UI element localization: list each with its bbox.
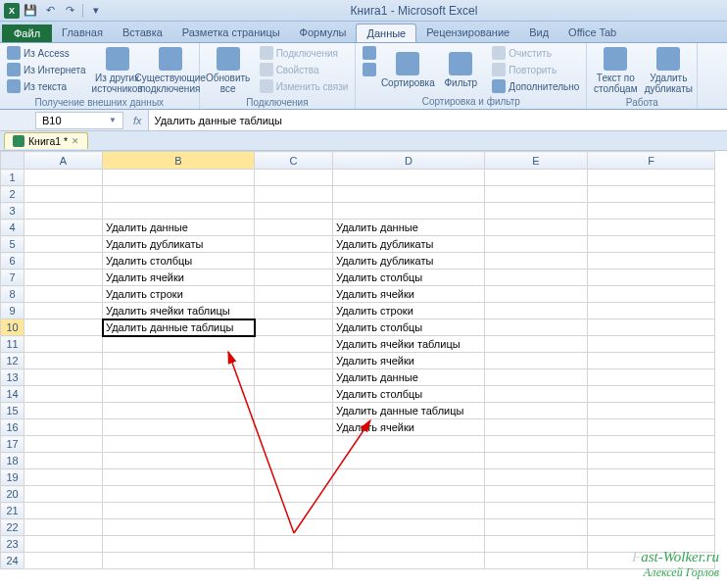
remove-duplicates-button[interactable]: Удалить дубликаты [644, 45, 693, 96]
cell-C22[interactable] [255, 519, 333, 536]
cell-A2[interactable] [24, 186, 103, 203]
cell-C10[interactable] [255, 319, 333, 336]
cell-A10[interactable] [24, 319, 103, 336]
row-header-2[interactable]: 2 [1, 186, 24, 203]
cell-B10[interactable]: Удалить данные таблицы [103, 319, 255, 336]
row-header-14[interactable]: 14 [1, 386, 24, 403]
cell-D5[interactable]: Удалить дубликаты [333, 236, 485, 253]
cell-C11[interactable] [255, 336, 333, 353]
cell-F12[interactable] [588, 353, 715, 369]
row-header-3[interactable]: 3 [1, 203, 24, 220]
cell-D17[interactable] [333, 436, 485, 453]
cell-B23[interactable] [103, 536, 255, 553]
cell-D19[interactable] [333, 469, 485, 486]
name-box[interactable]: B10 ▼ [35, 112, 123, 129]
text-to-columns-button[interactable]: Текст по столбцам [591, 45, 640, 96]
sort-asc-button[interactable] [360, 45, 379, 61]
cell-C14[interactable] [255, 386, 333, 403]
close-icon[interactable]: ✕ [72, 136, 79, 146]
cell-A13[interactable] [24, 369, 103, 386]
cell-E11[interactable] [485, 336, 588, 353]
row-header-11[interactable]: 11 [1, 336, 24, 353]
cell-C13[interactable] [255, 369, 333, 386]
worksheet-grid[interactable]: ABCDEF1234Удалить данныеУдалить данные5У… [0, 151, 715, 569]
cell-D10[interactable]: Удалить столбцы [333, 319, 485, 336]
cell-A6[interactable] [24, 253, 103, 270]
cell-B9[interactable]: Удалить ячейки таблицы [103, 303, 255, 319]
cell-C21[interactable] [255, 503, 333, 519]
cell-B15[interactable] [103, 403, 255, 419]
cell-E20[interactable] [485, 486, 588, 503]
column-header-D[interactable]: D [333, 152, 485, 170]
cell-B13[interactable] [103, 369, 255, 386]
row-header-4[interactable]: 4 [1, 220, 24, 236]
cell-B18[interactable] [103, 453, 255, 469]
advanced-button[interactable]: Дополнительно [489, 78, 582, 94]
cell-B6[interactable]: Удалить столбцы [103, 253, 255, 270]
cell-B17[interactable] [103, 436, 255, 453]
column-header-E[interactable]: E [485, 152, 588, 170]
row-header-23[interactable]: 23 [1, 536, 24, 553]
cell-E9[interactable] [485, 303, 588, 319]
cell-B19[interactable] [103, 469, 255, 486]
cell-B11[interactable] [103, 336, 255, 353]
cell-B22[interactable] [103, 519, 255, 536]
ribbon-tab-данные[interactable]: Данные [356, 24, 416, 42]
row-header-17[interactable]: 17 [1, 436, 24, 453]
column-header-C[interactable]: C [255, 152, 333, 170]
cell-B4[interactable]: Удалить данные [103, 220, 255, 236]
cell-F2[interactable] [588, 186, 715, 203]
cell-E17[interactable] [485, 436, 588, 453]
cell-E4[interactable] [485, 220, 588, 236]
cell-E18[interactable] [485, 453, 588, 469]
cell-C17[interactable] [255, 436, 333, 453]
ribbon-tab-разметка-страницы[interactable]: Разметка страницы [172, 24, 290, 42]
from-web-button[interactable]: Из Интернета [4, 62, 89, 77]
cell-D6[interactable]: Удалить дубликаты [333, 253, 485, 270]
cell-C3[interactable] [255, 203, 333, 220]
cell-C9[interactable] [255, 303, 333, 319]
connections-button[interactable]: Подключения [257, 45, 352, 61]
cell-C23[interactable] [255, 536, 333, 553]
cell-B21[interactable] [103, 503, 255, 519]
cell-E13[interactable] [485, 369, 588, 386]
cell-D2[interactable] [333, 186, 485, 203]
cell-A3[interactable] [24, 203, 103, 220]
cell-C5[interactable] [255, 236, 333, 253]
cell-B1[interactable] [103, 170, 255, 186]
cell-F7[interactable] [588, 270, 715, 286]
cell-E3[interactable] [485, 203, 588, 220]
cell-D14[interactable]: Удалить столбцы [333, 386, 485, 403]
cell-C4[interactable] [255, 220, 333, 236]
row-header-21[interactable]: 21 [1, 503, 24, 519]
cell-E14[interactable] [485, 386, 588, 403]
cell-C19[interactable] [255, 469, 333, 486]
from-access-button[interactable]: Из Access [4, 45, 89, 61]
cell-E10[interactable] [485, 319, 588, 336]
row-header-13[interactable]: 13 [1, 369, 24, 386]
ribbon-tab-формулы[interactable]: Формулы [290, 24, 357, 42]
column-header-F[interactable]: F [588, 152, 715, 170]
row-header-8[interactable]: 8 [1, 286, 24, 303]
cell-B8[interactable]: Удалить строки [103, 286, 255, 303]
cell-F14[interactable] [588, 386, 715, 403]
cell-C18[interactable] [255, 453, 333, 469]
cell-F1[interactable] [588, 170, 715, 186]
cell-F4[interactable] [588, 220, 715, 236]
from-text-button[interactable]: Из текста [4, 78, 89, 94]
cell-B3[interactable] [103, 203, 255, 220]
cell-A24[interactable] [24, 553, 103, 569]
cell-F10[interactable] [588, 319, 715, 336]
redo-icon[interactable]: ↷ [61, 2, 78, 20]
row-header-1[interactable]: 1 [1, 170, 24, 186]
cell-E21[interactable] [485, 503, 588, 519]
cell-A17[interactable] [24, 436, 103, 453]
cell-E5[interactable] [485, 236, 588, 253]
cell-D23[interactable] [333, 536, 485, 553]
existing-connections-button[interactable]: Существующие подключения [146, 45, 195, 96]
cell-A11[interactable] [24, 336, 103, 353]
cell-C20[interactable] [255, 486, 333, 503]
cell-A12[interactable] [24, 353, 103, 369]
cell-D4[interactable]: Удалить данные [333, 220, 485, 236]
row-header-18[interactable]: 18 [1, 453, 24, 469]
